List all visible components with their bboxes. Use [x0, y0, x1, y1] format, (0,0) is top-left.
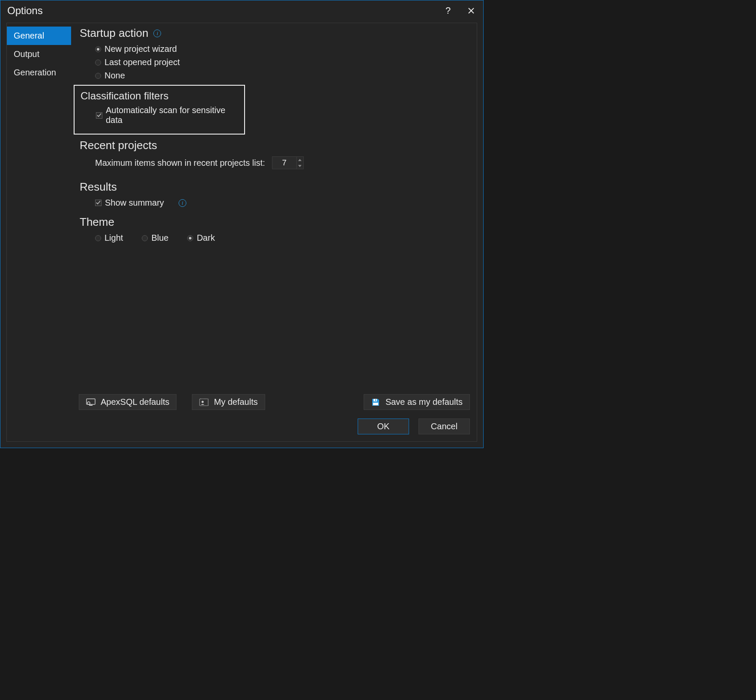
button-label: ApexSQL defaults [101, 397, 169, 407]
classification-options: Automatically scan for sensitive data [81, 105, 238, 125]
checkbox-label: Show summary [105, 198, 164, 208]
info-icon[interactable]: i [179, 199, 186, 207]
content-frame: General Output Generation Startup action… [6, 23, 477, 442]
chevron-up-icon [298, 159, 302, 161]
radio-indicator [95, 235, 101, 241]
radio-indicator [95, 73, 101, 79]
footer-defaults-row: ApexSQL defaults My defaults Save as my … [14, 394, 470, 410]
main-panel: Startup action i New project wizard Last… [71, 23, 477, 394]
checkbox-indicator [96, 112, 102, 119]
section-title: Recent projects [80, 139, 157, 152]
theme-title: Theme [80, 215, 468, 229]
radio-label: Light [105, 233, 123, 243]
footer: ApexSQL defaults My defaults Save as my … [7, 394, 477, 441]
results-section: Results Show summary i [80, 180, 468, 208]
radio-theme-blue[interactable]: Blue [142, 233, 168, 243]
help-button[interactable]: ? [443, 5, 453, 16]
classification-title: Classification filters [81, 90, 238, 102]
options-dialog: Options ? General Output Generation [0, 0, 484, 448]
startup-title-row: Startup action i [80, 27, 468, 40]
cancel-button[interactable]: Cancel [418, 419, 470, 434]
check-icon [97, 113, 102, 118]
recent-title: Recent projects [80, 139, 468, 152]
section-title: Results [80, 180, 117, 194]
section-title: Classification filters [81, 90, 168, 102]
radio-none[interactable]: None [95, 71, 468, 81]
button-label: OK [377, 422, 390, 431]
close-button[interactable] [466, 5, 476, 16]
titlebar-buttons: ? [443, 5, 476, 16]
footer-actions-row: OK Cancel [14, 419, 470, 434]
startup-options: New project wizard Last opened project N… [80, 44, 468, 81]
sidebar-item-label: Output [14, 49, 39, 59]
button-label: My defaults [214, 397, 257, 407]
stepper-down[interactable] [297, 163, 303, 169]
sidebar-item-label: General [14, 31, 44, 40]
recent-row: Maximum items shown in recent projects l… [80, 156, 468, 169]
sidebar-item-generation[interactable]: Generation [7, 63, 71, 82]
radio-indicator [142, 235, 148, 241]
startup-section: Startup action i New project wizard Last… [80, 27, 468, 81]
radio-label: None [105, 71, 125, 81]
radio-theme-dark[interactable]: Dark [187, 233, 215, 243]
info-icon[interactable]: i [153, 30, 161, 37]
button-label: Save as my defaults [385, 397, 463, 407]
apexsql-defaults-button[interactable]: ApexSQL defaults [79, 394, 176, 410]
sidebar-item-label: Generation [14, 68, 56, 77]
results-title: Results [80, 180, 468, 194]
recent-items-input[interactable] [272, 157, 296, 169]
checkbox-label: Automatically scan for sensitive data [106, 105, 238, 125]
recent-section: Recent projects Maximum items shown in r… [80, 139, 468, 169]
user-card-icon [199, 398, 209, 407]
check-icon [96, 200, 101, 205]
radio-new-project[interactable]: New project wizard [95, 44, 468, 54]
results-options: Show summary i [80, 198, 468, 208]
sidebar-item-general[interactable]: General [7, 27, 71, 45]
stepper-spinners [296, 157, 303, 169]
save-icon [371, 398, 380, 407]
svg-rect-7 [373, 403, 378, 405]
radio-label: Blue [151, 233, 168, 243]
svg-rect-0 [87, 399, 95, 404]
radio-indicator [187, 235, 193, 241]
titlebar: Options ? [0, 0, 483, 23]
section-title: Theme [80, 215, 114, 229]
svg-point-4 [202, 401, 204, 403]
svg-rect-6 [375, 399, 376, 401]
radio-theme-light[interactable]: Light [95, 233, 123, 243]
checkbox-show-summary[interactable]: Show summary i [95, 198, 468, 208]
classification-section: Classification filters Automatically sca… [74, 85, 245, 135]
gear-screen-icon [86, 398, 96, 407]
radio-label: Dark [197, 233, 215, 243]
section-title: Startup action [80, 27, 148, 40]
theme-options: Light Blue Dark [80, 233, 468, 243]
ok-button[interactable]: OK [358, 419, 409, 434]
svg-point-2 [87, 402, 90, 404]
radio-last-opened[interactable]: Last opened project [95, 57, 468, 67]
checkbox-indicator [95, 200, 102, 206]
my-defaults-button[interactable]: My defaults [192, 394, 265, 410]
content-row: General Output Generation Startup action… [7, 23, 477, 394]
theme-section: Theme Light Blue Dark [80, 215, 468, 243]
sidebar-item-output[interactable]: Output [7, 45, 71, 63]
stepper-up[interactable] [297, 157, 303, 163]
radio-indicator [95, 46, 101, 52]
radio-label: Last opened project [105, 57, 180, 67]
checkbox-auto-scan[interactable]: Automatically scan for sensitive data [96, 105, 238, 125]
radio-label: New project wizard [105, 44, 177, 54]
close-icon [468, 8, 474, 14]
button-label: Cancel [431, 422, 457, 431]
recent-items-stepper[interactable] [272, 156, 304, 169]
svg-rect-1 [89, 405, 93, 406]
sidebar: General Output Generation [7, 23, 71, 394]
radio-indicator [95, 60, 101, 66]
recent-label: Maximum items shown in recent projects l… [95, 158, 265, 168]
save-as-my-defaults-button[interactable]: Save as my defaults [364, 394, 470, 410]
window-title: Options [7, 5, 43, 17]
chevron-down-icon [298, 165, 302, 167]
